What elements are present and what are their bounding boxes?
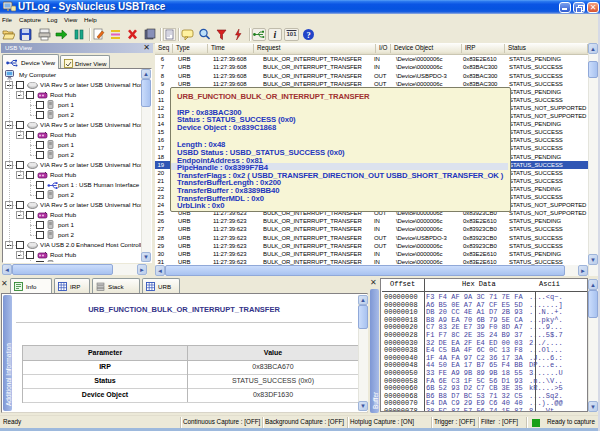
svg-text:?: ? [306,30,310,40]
